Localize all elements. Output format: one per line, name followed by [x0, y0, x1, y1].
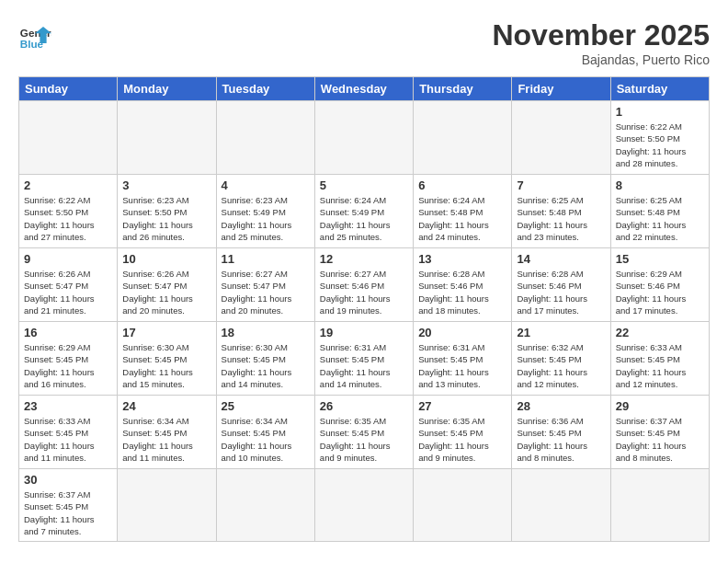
title-block: November 2025 Bajandas, Puerto Rico: [492, 18, 710, 67]
location: Bajandas, Puerto Rico: [492, 52, 710, 67]
calendar-cell: [512, 469, 610, 542]
day-info: Sunrise: 6:32 AM Sunset: 5:45 PM Dayligh…: [517, 341, 605, 390]
day-number: 7: [517, 178, 605, 192]
calendar-week-row: 23Sunrise: 6:33 AM Sunset: 5:45 PM Dayli…: [19, 396, 710, 469]
day-info: Sunrise: 6:29 AM Sunset: 5:45 PM Dayligh…: [24, 341, 112, 390]
day-number: 22: [616, 326, 704, 339]
day-info: Sunrise: 6:29 AM Sunset: 5:46 PM Dayligh…: [616, 268, 704, 316]
calendar-cell: 29Sunrise: 6:37 AM Sunset: 5:45 PM Dayli…: [610, 396, 709, 469]
calendar-table: SundayMondayTuesdayWednesdayThursdayFrid…: [18, 76, 710, 542]
calendar-cell: [118, 469, 216, 542]
calendar-cell: [314, 469, 413, 542]
day-number: 16: [24, 326, 112, 339]
col-header-monday: Monday: [118, 77, 216, 101]
day-info: Sunrise: 6:27 AM Sunset: 5:47 PM Dayligh…: [222, 268, 310, 316]
calendar-cell: 7Sunrise: 6:25 AM Sunset: 5:48 PM Daylig…: [512, 175, 610, 248]
day-number: 9: [24, 252, 112, 266]
logo-icon: General Blue: [18, 18, 51, 52]
day-number: 28: [517, 399, 605, 413]
day-info: Sunrise: 6:23 AM Sunset: 5:50 PM Dayligh…: [122, 194, 210, 243]
day-info: Sunrise: 6:27 AM Sunset: 5:46 PM Dayligh…: [320, 268, 408, 316]
day-info: Sunrise: 6:25 AM Sunset: 5:48 PM Dayligh…: [616, 194, 704, 243]
calendar-cell: 13Sunrise: 6:28 AM Sunset: 5:46 PM Dayli…: [414, 248, 512, 322]
calendar-cell: [19, 101, 118, 175]
day-number: 13: [418, 252, 506, 266]
calendar-cell: 17Sunrise: 6:30 AM Sunset: 5:45 PM Dayli…: [118, 322, 216, 396]
day-info: Sunrise: 6:24 AM Sunset: 5:48 PM Dayligh…: [418, 194, 506, 243]
day-number: 23: [24, 399, 112, 413]
calendar-cell: 16Sunrise: 6:29 AM Sunset: 5:45 PM Dayli…: [19, 322, 118, 396]
day-number: 10: [122, 252, 210, 266]
calendar-cell: 3Sunrise: 6:23 AM Sunset: 5:50 PM Daylig…: [118, 175, 216, 248]
col-header-saturday: Saturday: [610, 77, 709, 101]
calendar-cell: 9Sunrise: 6:26 AM Sunset: 5:47 PM Daylig…: [19, 248, 118, 322]
day-number: 20: [418, 326, 506, 339]
day-info: Sunrise: 6:35 AM Sunset: 5:45 PM Dayligh…: [320, 415, 408, 464]
day-info: Sunrise: 6:23 AM Sunset: 5:49 PM Dayligh…: [222, 194, 310, 243]
col-header-thursday: Thursday: [414, 77, 512, 101]
day-number: 15: [616, 252, 704, 266]
calendar-cell: [216, 469, 314, 542]
day-number: 18: [222, 326, 310, 339]
calendar-cell: 30Sunrise: 6:37 AM Sunset: 5:45 PM Dayli…: [19, 469, 118, 542]
day-number: 24: [122, 399, 210, 413]
day-info: Sunrise: 6:31 AM Sunset: 5:45 PM Dayligh…: [418, 341, 506, 390]
calendar-cell: 22Sunrise: 6:33 AM Sunset: 5:45 PM Dayli…: [610, 322, 709, 396]
day-info: Sunrise: 6:33 AM Sunset: 5:45 PM Dayligh…: [24, 415, 112, 464]
day-info: Sunrise: 6:28 AM Sunset: 5:46 PM Dayligh…: [517, 268, 605, 316]
calendar-week-row: 16Sunrise: 6:29 AM Sunset: 5:45 PM Dayli…: [19, 322, 710, 396]
calendar-cell: 27Sunrise: 6:35 AM Sunset: 5:45 PM Dayli…: [414, 396, 512, 469]
day-number: 6: [418, 178, 506, 192]
day-number: 14: [517, 252, 605, 266]
day-number: 5: [320, 178, 408, 192]
day-info: Sunrise: 6:31 AM Sunset: 5:45 PM Dayligh…: [320, 341, 408, 390]
day-number: 11: [222, 252, 310, 266]
day-info: Sunrise: 6:28 AM Sunset: 5:46 PM Dayligh…: [418, 268, 506, 316]
day-info: Sunrise: 6:37 AM Sunset: 5:45 PM Dayligh…: [24, 488, 112, 537]
day-number: 30: [24, 473, 112, 487]
day-number: 4: [222, 178, 310, 192]
day-info: Sunrise: 6:22 AM Sunset: 5:50 PM Dayligh…: [24, 194, 112, 243]
day-info: Sunrise: 6:25 AM Sunset: 5:48 PM Dayligh…: [517, 194, 605, 243]
calendar-week-row: 30Sunrise: 6:37 AM Sunset: 5:45 PM Dayli…: [19, 469, 710, 542]
month-title: November 2025: [492, 18, 710, 52]
col-header-tuesday: Tuesday: [216, 77, 314, 101]
calendar-cell: [314, 101, 413, 175]
calendar-cell: 2Sunrise: 6:22 AM Sunset: 5:50 PM Daylig…: [19, 175, 118, 248]
calendar-cell: [512, 101, 610, 175]
day-number: 27: [418, 399, 506, 413]
calendar-cell: 24Sunrise: 6:34 AM Sunset: 5:45 PM Dayli…: [118, 396, 216, 469]
calendar-week-row: 1Sunrise: 6:22 AM Sunset: 5:50 PM Daylig…: [19, 101, 710, 175]
calendar-cell: 18Sunrise: 6:30 AM Sunset: 5:45 PM Dayli…: [216, 322, 314, 396]
calendar-week-row: 2Sunrise: 6:22 AM Sunset: 5:50 PM Daylig…: [19, 175, 710, 248]
day-info: Sunrise: 6:24 AM Sunset: 5:49 PM Dayligh…: [320, 194, 408, 243]
day-number: 29: [616, 399, 704, 413]
calendar-cell: [414, 101, 512, 175]
calendar-cell: 20Sunrise: 6:31 AM Sunset: 5:45 PM Dayli…: [414, 322, 512, 396]
day-number: 26: [320, 399, 408, 413]
day-number: 17: [122, 326, 210, 339]
day-info: Sunrise: 6:33 AM Sunset: 5:45 PM Dayligh…: [616, 341, 704, 390]
calendar-header-row: SundayMondayTuesdayWednesdayThursdayFrid…: [19, 77, 710, 101]
day-number: 12: [320, 252, 408, 266]
day-info: Sunrise: 6:34 AM Sunset: 5:45 PM Dayligh…: [122, 415, 210, 464]
page-header: General Blue November 2025 Bajandas, Pue…: [18, 18, 710, 67]
calendar-cell: 28Sunrise: 6:36 AM Sunset: 5:45 PM Dayli…: [512, 396, 610, 469]
calendar-cell: 1Sunrise: 6:22 AM Sunset: 5:50 PM Daylig…: [610, 101, 709, 175]
calendar-cell: 11Sunrise: 6:27 AM Sunset: 5:47 PM Dayli…: [216, 248, 314, 322]
day-info: Sunrise: 6:26 AM Sunset: 5:47 PM Dayligh…: [122, 268, 210, 316]
calendar-cell: 26Sunrise: 6:35 AM Sunset: 5:45 PM Dayli…: [314, 396, 413, 469]
day-info: Sunrise: 6:30 AM Sunset: 5:45 PM Dayligh…: [122, 341, 210, 390]
day-number: 25: [222, 399, 310, 413]
day-info: Sunrise: 6:30 AM Sunset: 5:45 PM Dayligh…: [222, 341, 310, 390]
calendar-cell: 5Sunrise: 6:24 AM Sunset: 5:49 PM Daylig…: [314, 175, 413, 248]
calendar-cell: 6Sunrise: 6:24 AM Sunset: 5:48 PM Daylig…: [414, 175, 512, 248]
day-number: 19: [320, 326, 408, 339]
col-header-friday: Friday: [512, 77, 610, 101]
calendar-cell: [118, 101, 216, 175]
col-header-wednesday: Wednesday: [314, 77, 413, 101]
calendar-cell: 4Sunrise: 6:23 AM Sunset: 5:49 PM Daylig…: [216, 175, 314, 248]
day-number: 1: [616, 105, 704, 119]
calendar-cell: 10Sunrise: 6:26 AM Sunset: 5:47 PM Dayli…: [118, 248, 216, 322]
day-number: 3: [122, 178, 210, 192]
